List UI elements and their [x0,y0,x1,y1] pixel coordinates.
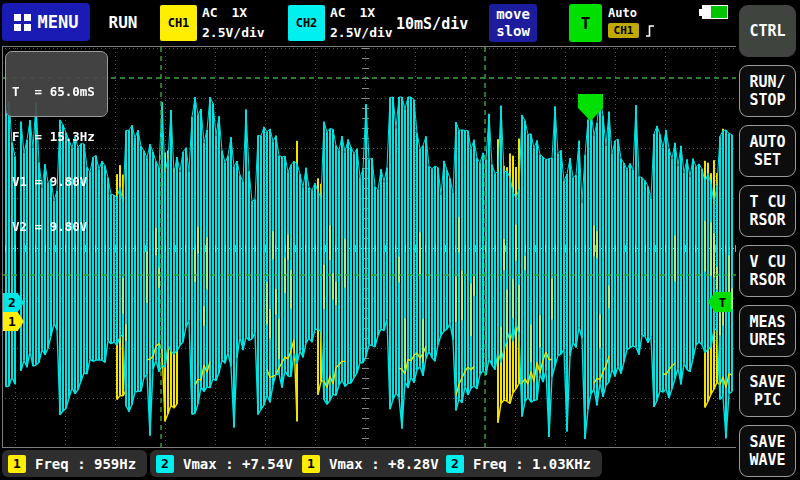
measurement-chip[interactable]: 2Vmax : +7.54V [150,450,304,477]
move-slow-line2: slow [496,23,530,40]
sidebar-button-label: RSOR [749,211,785,229]
sidebar-button-run-stop[interactable]: RUN/STOP [739,65,796,117]
ch2-info: AC 1X 2.5V/div [330,5,393,41]
ch1-scale: 2.5V/div [202,25,265,41]
ch1-coupling: AC 1X [202,5,265,21]
ch2-scale: 2.5V/div [330,25,393,41]
sidebar-button-label: V CU [749,253,785,271]
trigger-button[interactable]: T [569,4,602,42]
waveform-display: T = 65.0mS F = 15.3Hz V1 = 9.80V V2 = 9.… [2,46,737,448]
sidebar-button-label: RSOR [749,271,785,289]
cursor-v2: V2 = 9.80V [12,219,107,234]
sidebar-button-ctrl[interactable]: CTRL [739,5,796,57]
ch2-badge[interactable]: CH2 [288,5,325,41]
measurement-text: Freq : 959Hz [35,456,136,472]
measurement-chip[interactable]: 1Freq : 959Hz [2,450,147,477]
cursor-time: T = 65.0mS [12,84,107,99]
battery-icon [699,5,728,19]
sidebar-button-label: SAVE [749,433,785,451]
sidebar: CTRLRUN/STOPAUTOSETT CURSORV CURSORMEASU… [736,0,800,480]
channel-badge: 1 [302,455,320,473]
waveform-canvas[interactable] [3,47,736,447]
move-slow-button[interactable]: move slow [489,4,537,42]
sidebar-button-save-pic[interactable]: SAVEPIC [739,365,796,417]
measurement-chip[interactable]: 1Vmax : +8.28V [296,450,450,477]
cursor-freq: F = 15.3Hz [12,129,107,144]
menu-button[interactable]: MENU [2,3,90,41]
measurement-chip[interactable]: 2Freq : 1.03KHz [440,450,602,477]
sidebar-button-label: T CU [749,193,785,211]
move-slow-line1: move [496,6,530,23]
timebase-value[interactable]: 10mS/div [396,15,468,33]
menu-grid-icon [14,14,31,31]
measurement-text: Vmax : +8.28V [329,456,439,472]
channel-badge: 1 [8,455,26,473]
cursor-measurement-box: T = 65.0mS F = 15.3Hz V1 = 9.80V V2 = 9.… [5,51,108,117]
rising-edge-icon [645,23,655,39]
sidebar-button-measures[interactable]: MEASURES [739,305,796,357]
channel-badge: 2 [156,455,174,473]
sidebar-button-label: WAVE [749,451,785,469]
ch1-info: AC 1X 2.5V/div [202,5,265,41]
sidebar-button-label: MEAS [749,313,785,331]
sidebar-button-label: RUN/ [749,73,785,91]
top-bar: MENU RUN CH1 AC 1X 2.5V/div CH2 AC 1X 2.… [0,0,736,46]
oscilloscope-screen: MENU RUN CH1 AC 1X 2.5V/div CH2 AC 1X 2.… [0,0,800,480]
sidebar-button-auto-set[interactable]: AUTOSET [739,125,796,177]
ch1-badge[interactable]: CH1 [160,5,197,41]
sidebar-button-save-wave[interactable]: SAVEWAVE [739,425,796,477]
menu-label: MENU [38,12,79,32]
cursor-v1: V1 = 9.80V [12,174,107,189]
sidebar-button-label: SET [754,151,781,169]
sidebar-button-label: CTRL [749,22,785,40]
trigger-mode: Auto [608,6,637,20]
sidebar-button-v-cursor[interactable]: V CURSOR [739,245,796,297]
ch2-coupling: AC 1X [330,5,393,21]
measurement-text: Freq : 1.03KHz [473,456,591,472]
sidebar-button-label: SAVE [749,373,785,391]
trigger-source-badge[interactable]: CH1 [608,23,639,38]
bottom-bar: 1Freq : 959Hz2Vmax : +7.54V1Vmax : +8.28… [0,448,736,480]
sidebar-button-label: URES [749,331,785,349]
sidebar-button-label: STOP [749,91,785,109]
acquisition-status: RUN [100,13,146,32]
measurement-text: Vmax : +7.54V [183,456,293,472]
sidebar-button-label: AUTO [749,133,785,151]
channel-badge: 2 [446,455,464,473]
sidebar-button-label: PIC [754,391,781,409]
sidebar-button-t-cursor[interactable]: T CURSOR [739,185,796,237]
